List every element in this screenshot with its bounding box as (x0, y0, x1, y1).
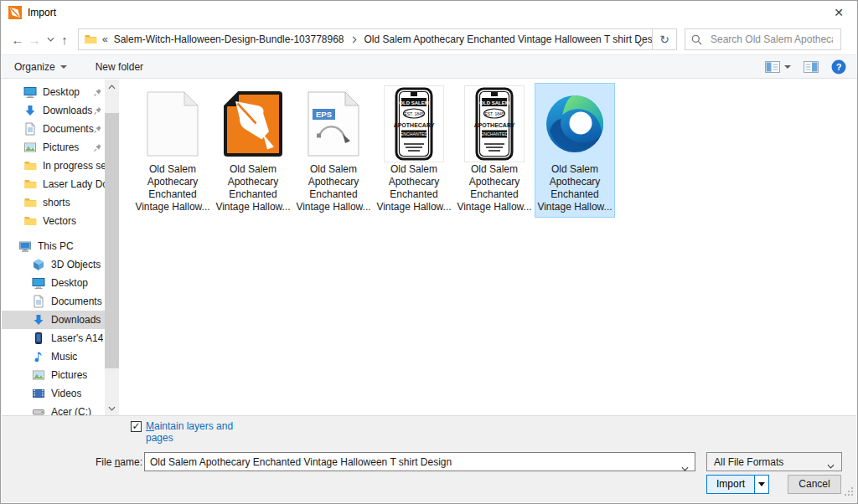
svg-text:ENCHANTED: ENCHANTED (481, 131, 509, 136)
new-folder-button[interactable]: New folder (96, 61, 143, 73)
folder-icon (23, 196, 37, 209)
sidebar-item-shorts[interactable]: shorts (2, 193, 105, 212)
sidebar-item-label: This PC (38, 240, 74, 252)
sidebar-item-label: Documents (43, 123, 94, 135)
main-area: DesktopDownloadsDocumentsPicturesIn prog… (2, 80, 856, 415)
sidebar-item-videos[interactable]: Videos (2, 384, 105, 403)
import-app-icon (8, 6, 22, 19)
sidebar-item-label: Videos (51, 388, 81, 399)
chevron-down-icon[interactable] (681, 460, 689, 475)
scroll-down-icon[interactable] (105, 401, 119, 415)
views-button[interactable] (765, 61, 791, 73)
file-item-label: Old SalemApothecaryEnchantedVintage Hall… (535, 163, 614, 217)
sidebar-item-label: Documents (51, 296, 102, 307)
resize-grip[interactable] (844, 486, 855, 501)
sidebar-item-in-progress-segw[interactable]: In progress segw (2, 157, 105, 175)
maintain-layers-label[interactable]: Maintain layers and pages (146, 420, 246, 444)
recent-locations-chevron-icon[interactable] (44, 37, 56, 42)
file-item-3[interactable]: EPSOld SalemApothecaryEnchantedVintage H… (293, 83, 374, 218)
sidebar-item-label: Pictures (43, 141, 79, 153)
window-title: Import (28, 7, 56, 18)
sidebar-item-documents[interactable]: Documents (2, 292, 105, 311)
organize-button[interactable]: Organize (14, 61, 67, 73)
toolbar-right-group: ? (757, 59, 846, 75)
import-button-label[interactable]: Import (707, 476, 754, 493)
preview-pane-icon (804, 61, 819, 73)
file-format-value: All File Formats (714, 456, 783, 468)
file-name-combobox[interactable] (144, 452, 695, 471)
sidebar-item-this-pc[interactable]: This PC (2, 237, 105, 255)
svg-text:APOTHECARY: APOTHECARY (394, 122, 435, 128)
views-icon (765, 61, 780, 73)
breadcrumb-overflow[interactable]: « (102, 33, 108, 45)
sidebar-tree: DesktopDownloadsDocumentsPicturesIn prog… (2, 80, 105, 415)
file-format-select[interactable]: All File Formats (706, 452, 842, 471)
sidebar-item-desktop[interactable]: Desktop (2, 83, 105, 101)
sidebar-item-acer-c[interactable]: Acer (C:) (2, 403, 105, 415)
import-dialog: Import ✕ ← → ↑ « Salem-Witch-Halloween-D… (0, 0, 858, 504)
command-toolbar: Organize New folder ? (1, 54, 857, 79)
breadcrumb-parent-folder[interactable]: Salem-Witch-Halloween-Design-Bundle-1037… (114, 33, 344, 45)
sidebar-item-vectors[interactable]: Vectors (2, 212, 105, 230)
file-item-label: Old SalemApothecaryEnchantedVintage Hall… (133, 163, 212, 217)
sidebar-item-pictures[interactable]: Pictures (2, 366, 105, 384)
folder-icon (23, 177, 37, 191)
file-item-2[interactable]: Old SalemApothecaryEnchantedVintage Hall… (213, 83, 293, 218)
documents-icon (23, 122, 37, 136)
close-button[interactable]: ✕ (831, 5, 846, 20)
sidebar-item-label: Vectors (43, 215, 76, 227)
drive-icon (32, 405, 45, 415)
help-button[interactable]: ? (831, 59, 846, 75)
sidebar-item-pictures[interactable]: Pictures (2, 138, 105, 157)
back-button[interactable]: ← (9, 33, 26, 47)
maintain-layers-checkbox[interactable]: ✓ (131, 421, 142, 432)
sidebar-item-documents[interactable]: Documents (2, 120, 105, 138)
sidebar-item-laser-s-a14[interactable]: Laser's A14 (2, 329, 105, 347)
new-folder-label: New folder (96, 61, 143, 73)
chevron-down-icon (784, 65, 791, 69)
sidebar-item-label: Desktop (43, 86, 80, 98)
file-item-6[interactable]: Old SalemApothecaryEnchantedVintage Hall… (535, 83, 615, 218)
scroll-up-icon[interactable] (105, 80, 119, 94)
sidebar-item-laser-lady-dowr[interactable]: Laser Lady Dowr (2, 175, 105, 193)
svg-text:APOTHECARY: APOTHECARY (474, 122, 515, 128)
documents-icon (32, 295, 45, 308)
breadcrumb-current-folder[interactable]: Old Salem Apothecary Enchanted Vintage H… (364, 33, 654, 45)
search-box[interactable] (685, 28, 841, 50)
sidebar-item-desktop[interactable]: Desktop (2, 274, 105, 292)
sidebar-item-label: Pictures (51, 369, 87, 381)
edge-html-icon (535, 85, 614, 163)
sidebar-item-music[interactable]: Music (2, 347, 105, 366)
sidebar-item-downloads[interactable]: Downloads (2, 311, 105, 329)
videos-icon (32, 387, 45, 400)
downloads-icon (32, 313, 45, 327)
scrollbar-thumb[interactable] (105, 113, 119, 368)
file-item-4[interactable]: OLD SALEMEST. 1845APOTHECARYENCHANTEDOld… (374, 83, 454, 218)
cancel-button[interactable]: Cancel (788, 475, 841, 494)
blank-document-icon (133, 85, 212, 163)
forward-button[interactable]: → (26, 33, 43, 47)
desktop-icon (32, 276, 45, 290)
file-name-input[interactable] (145, 453, 695, 471)
up-button[interactable]: ↑ (56, 33, 73, 47)
sidebar-item-downloads[interactable]: Downloads (2, 101, 105, 120)
address-dropdown-chevron-icon[interactable] (637, 38, 644, 49)
apothecary-label-thumbnail: OLD SALEMEST. 1845APOTHECARYENCHANTED (375, 85, 453, 163)
import-options-arrow[interactable] (754, 476, 768, 493)
preview-pane-button[interactable] (804, 61, 819, 73)
help-icon: ? (831, 59, 846, 75)
address-bar[interactable]: « Salem-Witch-Halloween-Design-Bundle-10… (78, 28, 653, 50)
sidebar-scrollbar[interactable] (105, 80, 119, 415)
import-button[interactable]: Import (706, 475, 769, 494)
sidebar-item-label: Downloads (43, 105, 92, 116)
search-input[interactable] (709, 33, 835, 46)
sidebar-item-label: 3D Objects (51, 259, 101, 270)
svg-text:ENCHANTED: ENCHANTED (401, 131, 428, 136)
refresh-button[interactable]: ↻ (653, 28, 677, 50)
file-item-1[interactable]: Old SalemApothecaryEnchantedVintage Hall… (132, 83, 213, 218)
folder-icon (23, 214, 37, 228)
sidebar-item-3d-objects[interactable]: 3D Objects (2, 255, 105, 274)
file-item-5[interactable]: OLD SALEMEST. 1845APOTHECARYENCHANTEDOld… (454, 83, 535, 218)
check-icon: ✓ (132, 420, 140, 432)
organize-label: Organize (14, 61, 55, 73)
